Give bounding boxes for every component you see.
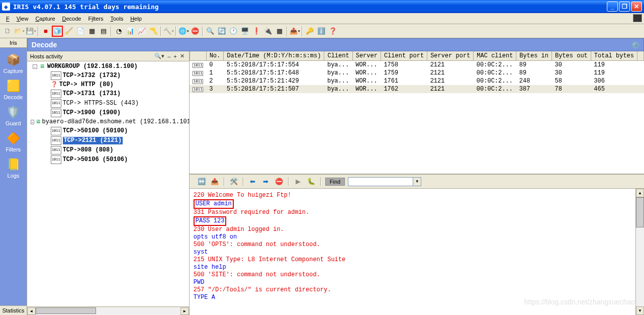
decode-tool-tools[interactable]: 🛠️ [229, 177, 239, 187]
tool-chart[interactable]: 📈 [136, 26, 147, 37]
tool-clock[interactable]: 🕐 [228, 26, 239, 37]
col-header[interactable]: Bytes out [551, 51, 591, 61]
table-row[interactable]: 101125:5:2018/17:5:21:429bya...WOR...176… [190, 77, 643, 85]
vscroll-thumb[interactable] [636, 197, 644, 227]
tool-sheet[interactable]: 📄 [75, 26, 86, 37]
close-button[interactable]: ✕ [631, 2, 642, 12]
tool-new[interactable]: 🗋 [2, 26, 13, 37]
decode-tool-back[interactable]: ⬅ [248, 177, 258, 187]
tree-row[interactable]: 1011TCP->1732 (1732) [28, 71, 188, 81]
tree-row[interactable]: 1011TCP->808 (808) [28, 145, 188, 155]
tree-row[interactable]: 1011TCP->1900 (1900) [28, 108, 188, 118]
sidebar-item-filters[interactable]: 🔶Filters [5, 130, 21, 152]
find-dropdown[interactable]: ▼ [413, 177, 421, 186]
tree-row[interactable]: 1011TCP->2121 (2121) [28, 136, 188, 145]
decode-tool-bug[interactable]: 🐛 [306, 177, 316, 187]
menu-help[interactable]: Help [127, 15, 145, 23]
tool-pie[interactable]: ◔ [113, 26, 124, 37]
table-row[interactable]: 101105:5:2018/17:5:17:554bya...WOR...175… [190, 61, 643, 69]
vscroll-down[interactable]: ▼ [636, 306, 644, 315]
sidebar-footer[interactable]: Statistics [0, 305, 27, 315]
col-header[interactable]: Client port [381, 51, 427, 61]
decode-tool-stop[interactable]: ⛔ [274, 177, 284, 187]
sidebar-item-decode[interactable]: 🟨Decode [4, 78, 23, 100]
hosts-plus[interactable]: + [172, 53, 178, 59]
decode-vscroll[interactable]: ▲ ▼ [635, 189, 644, 315]
tool-key[interactable]: 🔑 [304, 26, 315, 37]
tool-clear[interactable]: 🧹 [63, 26, 74, 37]
decode-tool-go[interactable]: ▶ [293, 177, 303, 187]
col-header[interactable]: Server port [427, 51, 474, 61]
hosts-minus[interactable]: – [166, 53, 172, 59]
tool-connect[interactable]: 🔌 [262, 26, 273, 37]
decode-header-icon[interactable]: ⚙️ [631, 41, 639, 49]
col-header[interactable]: Bytes in [516, 51, 552, 61]
hosts-tree[interactable]: -🖥WORKGROUP (192.168.1.100)1011TCP->1732… [27, 61, 189, 306]
hosts-close[interactable]: ✕ [178, 53, 186, 59]
tool-server[interactable]: 🖥️ [239, 26, 250, 37]
packet-table[interactable]: No.Date/Time (M:D:Y/h:m:s:ms)ClientServe… [190, 51, 644, 93]
tree-row[interactable]: -🖥WORKGROUP (192.168.1.100) [28, 62, 188, 71]
tool-line[interactable]: 〽️ [148, 26, 159, 37]
tool-record[interactable]: ■ [40, 26, 51, 37]
tool-bar[interactable]: 📊 [125, 26, 136, 37]
decode-text[interactable]: 220 Welcome To huigezi Ftp!USER admin331… [190, 189, 635, 315]
sidebar-label: Capture [4, 68, 23, 74]
tool-stop[interactable]: ⛔ [190, 26, 201, 37]
sidebar-item-capture[interactable]: 📦Capture [4, 52, 23, 74]
table-row[interactable]: 101115:5:2018/17:5:17:648bya...WOR...175… [190, 69, 643, 77]
col-header[interactable]: Total bytes [591, 51, 637, 61]
packet-icon: 1011 [193, 79, 203, 84]
table-row[interactable]: 101135:5:2018/17:5:21:507bya...WOR...176… [190, 85, 643, 93]
col-header[interactable]: Date/Time (M:D:Y/h:m:s:ms) [224, 51, 324, 61]
tool-capture-highlight[interactable]: 🧊 [52, 26, 63, 37]
col-header[interactable]: Client [324, 51, 352, 61]
menu-decode[interactable]: Decode [59, 15, 84, 23]
hscroll-right[interactable]: ► [180, 307, 189, 315]
menu-file[interactable]: F [3, 15, 13, 23]
tool-open[interactable]: 📂▾ [14, 26, 25, 37]
sidebar-item-logs[interactable]: 📒Logs [5, 156, 21, 179]
decode-tool-export[interactable]: 📤 [210, 177, 220, 187]
tree-row[interactable]: 1011TCP->1731 (1731) [28, 89, 188, 99]
tree-row[interactable]: ❓TCP-> HTTP (80) [28, 81, 188, 89]
minimize-button[interactable]: _ [607, 2, 618, 12]
tool-globe[interactable]: 🌐▾ [178, 26, 189, 37]
menu-view[interactable]: View [14, 15, 32, 23]
menu-filters[interactable]: Filters [85, 15, 106, 23]
col-header[interactable]: Server [352, 51, 381, 61]
hscroll-thumb[interactable] [36, 307, 96, 314]
tree-toggle[interactable]: - [33, 64, 37, 69]
decode-tool-forward[interactable]: ➡ [261, 177, 271, 187]
hosts-title: Hosts activity [30, 53, 153, 59]
vscroll-up[interactable]: ▲ [636, 189, 644, 197]
tree-row[interactable]: 1011TCP-> HTTPS-SSL (443) [28, 99, 188, 108]
tool-warn[interactable]: ❗ [251, 26, 262, 37]
hosts-search-icon[interactable]: 🔍▾ [153, 53, 166, 59]
tool-hammer[interactable]: 🔨▾ [163, 26, 174, 37]
sidebar-item-guard[interactable]: 🛡️Guard [5, 104, 21, 126]
col-header[interactable]: MAC client [474, 51, 516, 61]
decode-tool-swap[interactable]: ↔️ [197, 177, 207, 187]
tool-refresh[interactable]: 🔄 [216, 26, 227, 37]
tool-find[interactable]: 🔍 [205, 26, 216, 37]
menu-tools[interactable]: Tools [107, 15, 126, 23]
tool-help[interactable]: ℹ️ [316, 26, 327, 37]
tree-toggle[interactable]: - [31, 120, 34, 124]
tree-row[interactable]: -🖥byaero-d8ad76de.mshome.net (192.168.1.… [28, 118, 188, 126]
tool-about[interactable]: ❓ [327, 26, 338, 37]
tool-panel2[interactable]: ▤ [98, 26, 109, 37]
hscroll-left[interactable]: ◄ [27, 307, 36, 315]
tool-panel1[interactable]: ▦ [86, 26, 98, 37]
menu-capture[interactable]: Capture [32, 15, 58, 23]
tree-row[interactable]: 1011TCP->50106 (50106) [28, 155, 188, 165]
tool-save[interactable]: 💾▾ [25, 26, 36, 37]
tree-row[interactable]: 1011TCP->50100 (50100) [28, 126, 188, 136]
find-input[interactable] [348, 177, 413, 186]
col-header[interactable]: No. [206, 51, 224, 61]
hosts-panel: Hosts activity 🔍▾ – + ✕ -🖥WORKGROUP (192… [27, 51, 190, 315]
tool-export[interactable]: 📤▾ [289, 26, 300, 37]
hosts-hscroll[interactable]: ◄ ► [27, 306, 189, 315]
maximize-button[interactable]: ❐ [619, 2, 630, 12]
tool-grid[interactable]: ▦ [274, 26, 285, 37]
